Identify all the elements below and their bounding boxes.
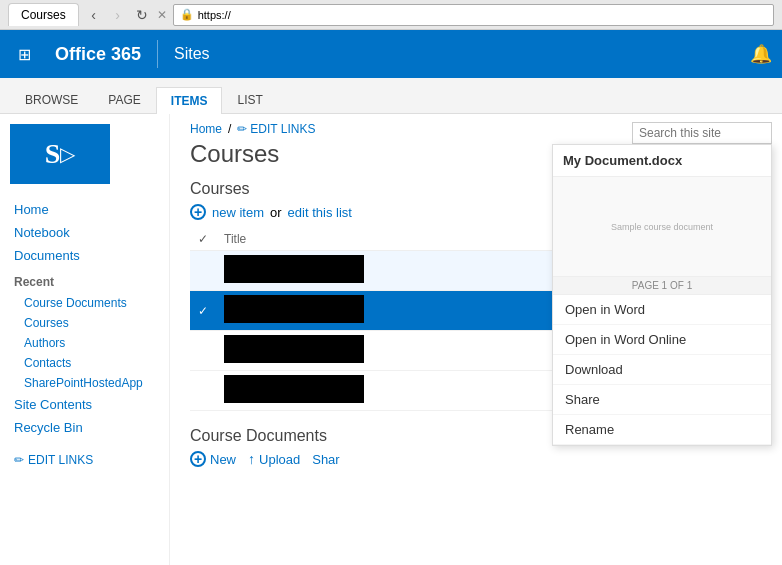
row-check bbox=[190, 251, 216, 291]
breadcrumb-separator: / bbox=[228, 122, 231, 136]
upload-button[interactable]: ↑ Upload bbox=[248, 451, 300, 467]
popup-title: My Document.docx bbox=[553, 145, 771, 177]
new-doc-button[interactable]: + New bbox=[190, 451, 236, 467]
sidebar-item-course-documents[interactable]: Course Documents bbox=[0, 293, 169, 313]
popup-panel: My Document.docx Sample course document … bbox=[552, 144, 772, 446]
new-item-icon: + bbox=[190, 204, 206, 220]
redacted-content bbox=[224, 295, 364, 323]
breadcrumb-edit-label: EDIT LINKS bbox=[250, 122, 315, 136]
new-doc-icon: + bbox=[190, 451, 206, 467]
nav-title: Office 365 bbox=[39, 44, 157, 65]
docs-toolbar: + New ↑ Upload Shar bbox=[190, 451, 766, 467]
reload-button[interactable]: ↻ bbox=[133, 6, 151, 24]
nav-bar: ⊞ Office 365 Sites 🔔 bbox=[0, 30, 782, 78]
back-button[interactable]: ‹ bbox=[85, 6, 103, 24]
search-box bbox=[632, 122, 772, 144]
popup-preview: Sample course document bbox=[553, 177, 771, 277]
address-text: https:// bbox=[198, 9, 231, 21]
check-selected-icon: ✓ bbox=[198, 304, 208, 318]
waffle-icon[interactable]: ⊞ bbox=[10, 37, 39, 72]
new-item-link[interactable]: new item bbox=[212, 205, 264, 220]
share-button[interactable]: Shar bbox=[312, 452, 339, 467]
sidebar-item-site-contents[interactable]: Site Contents bbox=[0, 393, 169, 416]
sidebar-item-contacts[interactable]: Contacts bbox=[0, 353, 169, 373]
check-icon: ✓ bbox=[198, 232, 208, 246]
forward-button[interactable]: › bbox=[109, 6, 127, 24]
nav-sites[interactable]: Sites bbox=[158, 45, 226, 63]
popup-page-label: PAGE 1 OF 1 bbox=[553, 277, 771, 295]
main-content: Home / ✏ EDIT LINKS Courses Courses + ne… bbox=[170, 114, 782, 565]
browser-bar: Courses ‹ › ↻ ✕ 🔒 https:// bbox=[0, 0, 782, 30]
row-check: ✓ bbox=[190, 291, 216, 331]
sidebar-item-documents[interactable]: Documents bbox=[0, 244, 169, 267]
breadcrumb-home[interactable]: Home bbox=[190, 122, 222, 136]
main-layout: S ▷ Home Notebook Documents Recent Cours… bbox=[0, 114, 782, 565]
redacted-content bbox=[224, 255, 364, 283]
new-doc-label: New bbox=[210, 452, 236, 467]
col-check: ✓ bbox=[190, 228, 216, 251]
sidebar-recent-label: Recent bbox=[0, 271, 169, 293]
close-button[interactable]: ✕ bbox=[157, 8, 167, 22]
sidebar-item-notebook[interactable]: Notebook bbox=[0, 221, 169, 244]
tab-browse[interactable]: BROWSE bbox=[10, 86, 93, 113]
or-text: or bbox=[270, 205, 282, 220]
toolbar: BROWSE PAGE ITEMS LIST bbox=[0, 78, 782, 114]
share-label: Shar bbox=[312, 452, 339, 467]
popup-menu-item-open-word-online[interactable]: Open in Word Online bbox=[553, 325, 771, 355]
popup-menu-item-open-word[interactable]: Open in Word bbox=[553, 295, 771, 325]
popup-preview-text: Sample course document bbox=[611, 222, 713, 232]
row-check bbox=[190, 371, 216, 411]
tab-page[interactable]: PAGE bbox=[93, 86, 155, 113]
sidebar-edit-links[interactable]: ✏ EDIT LINKS bbox=[0, 447, 169, 473]
redacted-content bbox=[224, 375, 364, 403]
popup-menu-item-rename[interactable]: Rename bbox=[553, 415, 771, 445]
browser-tab[interactable]: Courses bbox=[8, 3, 79, 26]
upload-icon: ↑ bbox=[248, 451, 255, 467]
edit-icon: ✏ bbox=[237, 122, 247, 136]
tab-list[interactable]: LIST bbox=[222, 86, 277, 113]
search-input[interactable] bbox=[632, 122, 772, 144]
popup-menu-item-share[interactable]: Share bbox=[553, 385, 771, 415]
sidebar-item-sharepointhostedapp[interactable]: SharePointHostedApp bbox=[0, 373, 169, 393]
edit-links-label: EDIT LINKS bbox=[28, 453, 93, 467]
sidebar-item-courses[interactable]: Courses bbox=[0, 313, 169, 333]
breadcrumb-edit[interactable]: ✏ EDIT LINKS bbox=[237, 122, 315, 136]
site-logo: S ▷ bbox=[10, 124, 110, 184]
popup-menu-item-download[interactable]: Download bbox=[553, 355, 771, 385]
edit-links-icon: ✏ bbox=[14, 453, 24, 467]
upload-label: Upload bbox=[259, 452, 300, 467]
tab-items[interactable]: ITEMS bbox=[156, 87, 223, 114]
sidebar-item-home[interactable]: Home bbox=[0, 198, 169, 221]
address-bar[interactable]: 🔒 https:// bbox=[173, 4, 774, 26]
row-check bbox=[190, 331, 216, 371]
redacted-content bbox=[224, 335, 364, 363]
logo-s: S bbox=[45, 138, 61, 170]
https-icon: 🔒 bbox=[180, 8, 194, 21]
sidebar-item-recycle-bin[interactable]: Recycle Bin bbox=[0, 416, 169, 439]
sidebar: S ▷ Home Notebook Documents Recent Cours… bbox=[0, 114, 170, 565]
sidebar-item-authors[interactable]: Authors bbox=[0, 333, 169, 353]
edit-list-link[interactable]: edit this list bbox=[288, 205, 352, 220]
nav-bell-icon[interactable]: 🔔 bbox=[750, 43, 772, 65]
logo-arrow: ▷ bbox=[60, 142, 75, 166]
